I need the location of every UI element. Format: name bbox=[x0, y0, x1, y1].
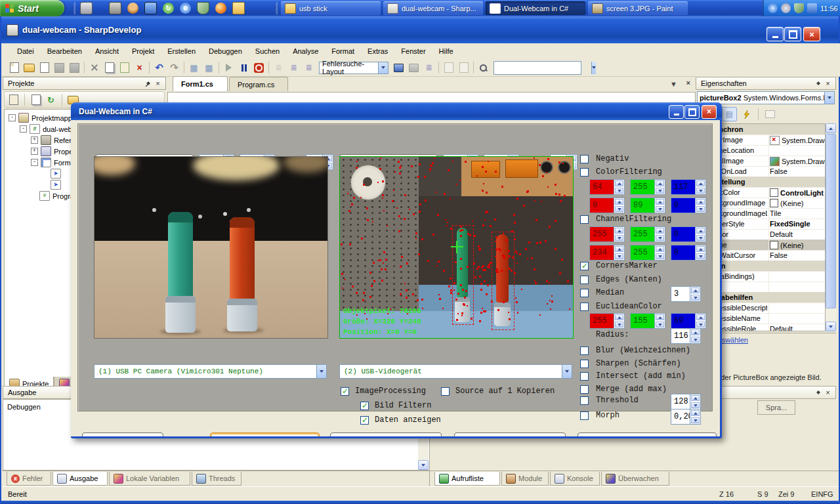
spin-down-icon[interactable] bbox=[615, 253, 623, 259]
checkbox-negativ[interactable] bbox=[580, 155, 589, 163]
tree-item[interactable]: ➤ bbox=[42, 179, 64, 190]
stop-button[interactable]: Stop bbox=[330, 432, 442, 436]
user-icon[interactable] bbox=[127, 3, 138, 14]
network-computers-icon[interactable] bbox=[144, 2, 157, 14]
spinner-radius[interactable]: 116 bbox=[671, 328, 701, 344]
pin-icon[interactable] bbox=[813, 388, 823, 397]
start-button[interactable]: Start bbox=[210, 432, 320, 436]
spinner-threshold[interactable]: 128 bbox=[671, 394, 701, 410]
copy-page-icon[interactable] bbox=[30, 94, 42, 106]
taskbar-task[interactable]: Dual-Webcam in C# bbox=[486, 1, 585, 15]
spin-up-icon[interactable] bbox=[696, 180, 705, 186]
spinner-blue-value[interactable]: 0 bbox=[671, 198, 706, 213]
spinner-green-value[interactable]: 155 bbox=[630, 313, 665, 329]
menu-item-format[interactable]: Format bbox=[325, 45, 361, 57]
tree-expander-icon[interactable]: - bbox=[9, 114, 16, 121]
spin-up-icon[interactable] bbox=[696, 228, 705, 234]
menu-item-erstellen[interactable]: Erstellen bbox=[161, 45, 202, 57]
tab-fehler[interactable]: xFehler bbox=[7, 472, 51, 486]
scroll-up-icon[interactable] bbox=[826, 123, 836, 133]
format-icon[interactable]: ≣ bbox=[301, 61, 316, 75]
paste-icon[interactable] bbox=[117, 61, 132, 75]
checkbox-blur-weichzeichnen-[interactable] bbox=[580, 346, 589, 355]
spin-down-icon[interactable] bbox=[696, 253, 705, 259]
tab-überwachen[interactable]: Überwachen bbox=[601, 472, 669, 486]
spin-down-icon[interactable] bbox=[656, 253, 664, 259]
refresh-icon[interactable]: ↻ bbox=[45, 94, 57, 106]
spin-up-icon[interactable] bbox=[691, 329, 700, 335]
property-value[interactable]: System.Drawing bbox=[770, 136, 825, 145]
menu-item-debuggen[interactable]: Debuggen bbox=[202, 45, 249, 57]
checkbox-median[interactable] bbox=[580, 289, 589, 297]
spin-down-icon[interactable] bbox=[615, 188, 623, 194]
minimize-button[interactable] bbox=[669, 105, 684, 119]
collapse-chevron-icon[interactable]: ‹ bbox=[768, 3, 778, 13]
checkbox-channelfiltering[interactable] bbox=[580, 215, 589, 224]
save-source-2-jpg-button[interactable]: Save Source 2 JPG bbox=[578, 432, 717, 436]
checkbox-edges-kanten-[interactable] bbox=[580, 276, 589, 284]
printer-icon[interactable] bbox=[109, 2, 121, 14]
spin-up-icon[interactable] bbox=[696, 246, 705, 252]
spin-up-icon[interactable] bbox=[656, 246, 664, 252]
property-value[interactable]: False bbox=[770, 251, 825, 259]
spinner-blue-value[interactable]: 0 bbox=[671, 226, 706, 242]
new-file-icon[interactable] bbox=[7, 61, 22, 75]
events-lightning-icon[interactable] bbox=[739, 107, 754, 121]
spinner-green-value[interactable]: 255 bbox=[630, 226, 665, 242]
spinner-red-value[interactable]: 255 bbox=[589, 226, 625, 242]
spin-up-icon[interactable] bbox=[691, 410, 700, 416]
property-value[interactable]: FixedSingle bbox=[770, 220, 825, 228]
checkbox-colorfiltering[interactable] bbox=[580, 168, 589, 177]
property-value[interactable]: Default bbox=[770, 325, 825, 331]
camera2-dropdown[interactable]: (2) USB-Videogerät bbox=[339, 364, 572, 379]
add-item-icon[interactable] bbox=[37, 61, 52, 75]
menu-item-suchen[interactable]: Suchen bbox=[249, 45, 286, 57]
taskbar-task[interactable]: usb stick bbox=[281, 1, 381, 15]
menu-item-ansicht[interactable]: Ansicht bbox=[89, 45, 125, 57]
rebuild-icon[interactable]: ▦ bbox=[201, 61, 217, 75]
spin-up-icon[interactable] bbox=[615, 314, 623, 320]
outdent-icon[interactable]: ≣ bbox=[271, 61, 286, 75]
folder-icon[interactable] bbox=[232, 2, 245, 14]
copy-icon[interactable] bbox=[102, 61, 117, 75]
spin-down-icon[interactable] bbox=[691, 402, 700, 408]
close-icon[interactable]: × bbox=[153, 79, 163, 88]
tree-expander-icon[interactable]: + bbox=[31, 136, 38, 144]
spinner-red-value[interactable]: 255 bbox=[589, 313, 625, 329]
network-status-icon[interactable] bbox=[807, 3, 817, 13]
layout-combo[interactable]: Fehlersuche-Layout bbox=[319, 62, 388, 74]
spin-down-icon[interactable] bbox=[696, 235, 705, 241]
spin-up-icon[interactable] bbox=[656, 314, 664, 320]
pin-icon[interactable] bbox=[813, 79, 823, 88]
comment-icon[interactable] bbox=[441, 61, 456, 75]
pin-icon[interactable] bbox=[143, 79, 153, 88]
spin-down-icon[interactable] bbox=[691, 417, 700, 423]
search-box[interactable] bbox=[494, 61, 581, 75]
pause-icon[interactable] bbox=[236, 61, 251, 75]
bookmark-icon[interactable] bbox=[456, 61, 471, 75]
spin-down-icon[interactable] bbox=[656, 188, 664, 194]
search-icon[interactable] bbox=[476, 61, 491, 75]
close-icon[interactable]: × bbox=[823, 79, 833, 88]
spinner-red-value[interactable]: 234 bbox=[589, 245, 625, 261]
maximize-button[interactable] bbox=[684, 105, 700, 119]
categorized-icon[interactable]: ▤ bbox=[722, 107, 737, 121]
spin-up-icon[interactable] bbox=[615, 180, 623, 186]
book-icon[interactable] bbox=[406, 61, 421, 75]
property-value[interactable]: (Keine) bbox=[770, 199, 825, 207]
spin-up-icon[interactable] bbox=[656, 228, 664, 234]
spin-up-icon[interactable] bbox=[696, 199, 705, 205]
checkbox-imageprocessing[interactable] bbox=[341, 387, 349, 396]
tab-program.cs[interactable]: Program.cs bbox=[229, 77, 288, 91]
spin-down-icon[interactable] bbox=[656, 235, 664, 241]
checkbox-merge-add-max-[interactable] bbox=[580, 385, 589, 394]
shield-icon[interactable] bbox=[197, 2, 209, 14]
property-value[interactable]: Default bbox=[770, 230, 825, 238]
properties-scrollbar[interactable] bbox=[826, 123, 836, 331]
spinner-green-value[interactable]: 255 bbox=[630, 245, 665, 261]
checkbox-morph[interactable] bbox=[580, 411, 589, 420]
tree-item[interactable]: ➤ bbox=[42, 168, 64, 179]
tree-expander-icon[interactable]: - bbox=[31, 159, 38, 166]
checkbox-sharpen-schärfen-[interactable] bbox=[580, 360, 589, 368]
undo-icon[interactable]: ↶ bbox=[152, 61, 167, 75]
